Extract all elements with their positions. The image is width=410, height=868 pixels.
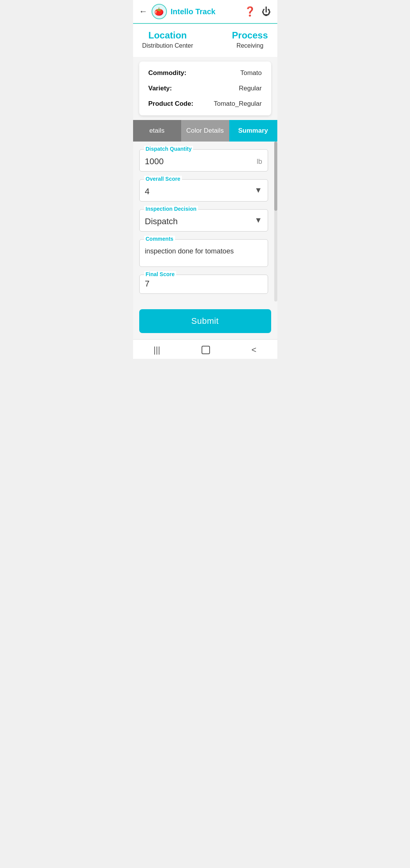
location-process-section: Location Distribution Center Process Rec…	[133, 24, 277, 57]
final-score-field[interactable]: Final Score 7	[139, 275, 268, 294]
dispatch-quantity-field[interactable]: Dispatch Quantity 1000 lb	[139, 149, 268, 172]
overall-score-value: 4	[145, 187, 150, 197]
location-value: Distribution Center	[142, 42, 193, 49]
nav-home-icon[interactable]	[202, 346, 210, 354]
overall-score-label: Overall Score	[144, 176, 182, 182]
comments-label: Comments	[144, 236, 175, 242]
app-title: Intello Track	[171, 7, 216, 16]
variety-value: Regular	[239, 85, 262, 92]
app-logo: 🍅	[152, 4, 167, 19]
bottom-nav-bar: ||| <	[133, 339, 277, 359]
main-content: Dispatch Quantity 1000 lb Overall Score …	[133, 142, 274, 302]
tab-color-details[interactable]: Color Details	[181, 120, 229, 142]
inspection-decision-field[interactable]: Inspection Decision Dispatch ▼	[139, 209, 268, 232]
tabs-bar: etails Color Details Summary	[133, 120, 277, 142]
nav-back-icon[interactable]: <	[252, 345, 257, 355]
power-icon[interactable]: ⏻	[262, 6, 271, 17]
tab-details[interactable]: etails	[133, 120, 181, 142]
comments-field[interactable]: Comments inspection done for tomatoes	[139, 239, 268, 267]
final-score-label: Final Score	[144, 271, 176, 277]
process-label: Process	[232, 30, 268, 41]
inspection-decision-label: Inspection Decision	[144, 206, 198, 212]
product-code-value: Tomato_Regular	[214, 100, 262, 108]
dispatch-quantity-unit: lb	[257, 158, 262, 166]
commodity-value: Tomato	[240, 69, 262, 77]
dispatch-quantity-label: Dispatch Quantity	[144, 146, 193, 152]
variety-key: Variety:	[148, 85, 172, 92]
submit-button[interactable]: Submit	[139, 309, 271, 333]
comments-value: inspection done for tomatoes	[145, 247, 262, 262]
submit-section: Submit	[133, 302, 277, 339]
nav-menu-icon[interactable]: |||	[153, 345, 160, 355]
back-button[interactable]: ←	[139, 7, 148, 17]
location-label: Location	[148, 30, 187, 41]
process-col: Process Receiving	[232, 30, 268, 49]
overall-score-dropdown-arrow[interactable]: ▼	[255, 186, 262, 195]
product-code-key: Product Code:	[148, 100, 193, 108]
scrollbar-thumb[interactable]	[274, 142, 277, 211]
dispatch-quantity-value: 1000	[145, 157, 164, 167]
inspection-decision-value: Dispatch	[145, 217, 178, 227]
final-score-value: 7	[145, 279, 150, 288]
overall-score-field[interactable]: Overall Score 4 ▼	[139, 179, 268, 202]
location-col: Location Distribution Center	[142, 30, 193, 49]
scrollbar-track[interactable]	[274, 142, 277, 302]
commodity-key: Commodity:	[148, 69, 187, 77]
commodity-card: Commodity: Tomato Variety: Regular Produ…	[139, 62, 271, 115]
app-header: ← 🍅 Intello Track ❓ ⏻	[133, 0, 277, 24]
tab-summary[interactable]: Summary	[229, 120, 277, 142]
inspection-decision-dropdown-arrow[interactable]: ▼	[255, 216, 262, 225]
process-value: Receiving	[237, 42, 263, 49]
help-icon[interactable]: ❓	[244, 6, 256, 17]
